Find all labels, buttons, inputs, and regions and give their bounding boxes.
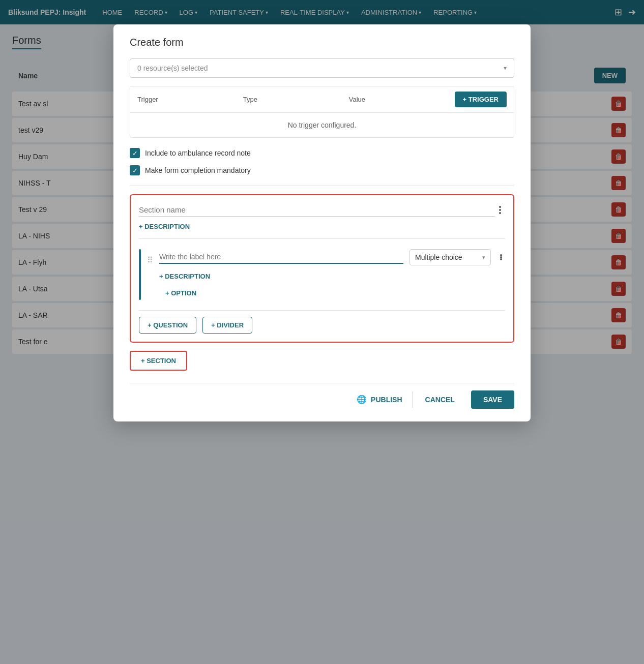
question-top-row: Multiple choice ▾: [159, 249, 505, 265]
question-type-select[interactable]: Multiple choice ▾: [409, 249, 491, 265]
publish-button[interactable]: 🌐 PUBLISH: [346, 389, 412, 409]
publish-label: PUBLISH: [371, 396, 402, 404]
checkbox-group: ✓ Include to ambulance record note ✓ Mak…: [130, 146, 514, 177]
modal-title: Create form: [130, 37, 514, 48]
save-button[interactable]: SAVE: [471, 390, 514, 409]
question-menu-button[interactable]: [497, 252, 505, 262]
add-trigger-button[interactable]: + TRIGGER: [455, 92, 507, 107]
dot: [500, 258, 502, 260]
section-name-row: [139, 203, 505, 217]
add-section-button[interactable]: + SECTION: [130, 351, 187, 371]
section-separator: [130, 186, 514, 186]
create-form-modal: Create form 0 resource(s) selected ▾ Tri…: [113, 24, 531, 421]
globe-icon: 🌐: [357, 395, 367, 404]
question-inner: ⠿ Multiple choice ▾: [145, 249, 505, 299]
modal-footer: 🌐 PUBLISH CANCEL SAVE: [130, 383, 514, 409]
dot: [499, 209, 501, 211]
dropdown-arrow-icon: ▾: [504, 65, 507, 72]
add-option-button[interactable]: + OPTION: [165, 287, 505, 299]
section-area: + DESCRIPTION ⠿ Multiple choice ▾: [130, 194, 514, 343]
dot: [499, 212, 501, 214]
checkbox-row-ambulance: ✓ Include to ambulance record note: [130, 148, 514, 158]
trigger-col-trigger: Trigger: [137, 96, 243, 103]
question-area: ⠿ Multiple choice ▾: [139, 245, 505, 304]
trigger-empty-message: No trigger configured.: [130, 113, 514, 137]
dot: [499, 206, 501, 208]
checkbox-mandatory-label: Make form completion mandatory: [145, 166, 251, 174]
checkbox-mandatory[interactable]: ✓: [130, 165, 140, 175]
modal-overlay: Create form 0 resource(s) selected ▾ Tri…: [0, 0, 644, 664]
drag-handle-icon[interactable]: ⠿: [145, 253, 155, 267]
section-name-input[interactable]: [139, 203, 495, 217]
question-add-description-button[interactable]: + DESCRIPTION: [159, 270, 505, 282]
section-menu-button[interactable]: [495, 204, 505, 216]
section-bottom-btns: + QUESTION + DIVIDER: [139, 310, 505, 334]
trigger-col-type: Type: [243, 96, 349, 103]
trigger-section: Trigger Type Value + TRIGGER No trigger …: [130, 86, 514, 138]
add-divider-button[interactable]: + DIVIDER: [202, 317, 252, 334]
checkbox-ambulance[interactable]: ✓: [130, 148, 140, 158]
resource-selector[interactable]: 0 resource(s) selected ▾: [130, 58, 514, 78]
add-section-area: + SECTION: [130, 351, 514, 371]
trigger-col-value: Value: [349, 96, 455, 103]
cancel-button[interactable]: CANCEL: [413, 390, 467, 409]
question-type-value: Multiple choice: [415, 253, 462, 261]
question-content: Multiple choice ▾ + DESCRIPTION + OPTION: [159, 249, 505, 299]
trigger-header: Trigger Type Value + TRIGGER: [130, 86, 514, 113]
type-dropdown-arrow-icon: ▾: [482, 254, 485, 261]
checkbox-row-mandatory: ✓ Make form completion mandatory: [130, 165, 514, 175]
resource-selector-text: 0 resource(s) selected: [137, 64, 208, 72]
add-question-button[interactable]: + QUESTION: [139, 317, 196, 334]
add-description-button[interactable]: + DESCRIPTION: [139, 221, 505, 232]
question-accent-bar: [139, 249, 141, 300]
question-divider: [139, 238, 505, 239]
question-label-input[interactable]: [159, 251, 403, 264]
checkbox-ambulance-label: Include to ambulance record note: [145, 149, 251, 157]
